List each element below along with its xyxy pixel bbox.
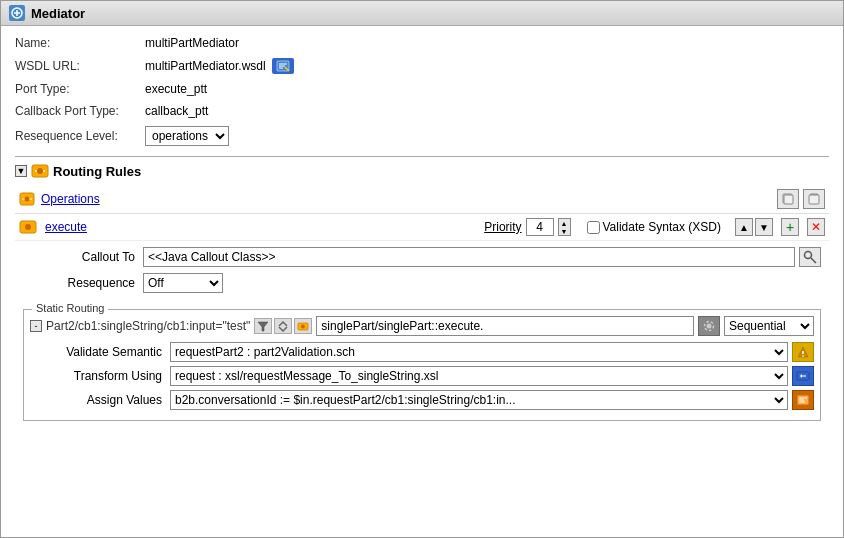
validate-syntax-container: Validate Syntax (XSD): [587, 220, 722, 234]
section-collapse-toggle[interactable]: ▼: [15, 165, 27, 177]
operations-link[interactable]: Operations: [41, 192, 100, 206]
svg-point-5: [25, 197, 30, 202]
name-label: Name:: [15, 36, 145, 50]
svg-marker-14: [258, 322, 268, 331]
routing-rules-section: ▼ Routing Rules: [15, 156, 829, 179]
resequence-level-select[interactable]: operations application business: [145, 126, 229, 146]
name-row: Name: multiPartMediator: [15, 36, 829, 50]
transform-using-row: Transform Using request : xsl/requestMes…: [30, 366, 814, 386]
priority-container: Priority ▲ ▼: [484, 218, 570, 236]
svg-line-13: [811, 258, 816, 263]
wsdl-browse-button[interactable]: [272, 58, 294, 74]
resequence-level-row: Resequence Level: operations application…: [15, 126, 829, 146]
title-bar: Mediator: [1, 1, 843, 26]
routing-rules-title: Routing Rules: [53, 164, 141, 179]
callout-label: Callout To: [23, 250, 143, 264]
add-rule-button[interactable]: +: [781, 218, 799, 236]
routing-endpoint-input[interactable]: [316, 316, 694, 336]
delete-rule-button[interactable]: ✕: [807, 218, 825, 236]
resequence-row: Resequence Off On: [23, 273, 821, 293]
details-area: Callout To Resequence Off On: [15, 241, 829, 305]
resequence-label: Resequence: [23, 276, 143, 290]
wsdl-value: multiPartMediator.wsdl: [145, 59, 266, 73]
assign-button[interactable]: [792, 390, 814, 410]
validate-syntax-label: Validate Syntax (XSD): [603, 220, 722, 234]
filter-icon[interactable]: [254, 318, 272, 334]
execute-icon: [19, 219, 37, 235]
copy-button[interactable]: [777, 189, 799, 209]
window-title: Mediator: [31, 6, 85, 21]
svg-point-3: [37, 168, 43, 174]
transform-button[interactable]: [792, 366, 814, 386]
priority-input[interactable]: [526, 218, 554, 236]
port-type-label: Port Type:: [15, 82, 145, 96]
svg-rect-9: [809, 195, 819, 204]
routing-rules-icon: [31, 163, 49, 179]
port-type-row: Port Type: execute_ptt: [15, 82, 829, 96]
routing-gear-button[interactable]: [698, 316, 720, 336]
svg-point-17: [707, 324, 712, 329]
svg-point-11: [25, 224, 31, 230]
callback-label: Callback Port Type:: [15, 104, 145, 118]
sequential-select[interactable]: Sequential Parallel: [724, 316, 814, 336]
name-value: multiPartMediator: [145, 36, 239, 50]
transform-select[interactable]: request : xsl/requestMessage_To_singleSt…: [170, 366, 788, 386]
resequence-select[interactable]: Off On: [143, 273, 223, 293]
move-down-button[interactable]: ▼: [755, 218, 773, 236]
svg-point-20: [802, 355, 804, 357]
callout-row: Callout To: [23, 247, 821, 267]
execute-link[interactable]: execute: [45, 220, 95, 234]
operations-bar: Operations: [15, 185, 829, 214]
paste-button[interactable]: [803, 189, 825, 209]
svg-rect-7: [784, 195, 793, 204]
routing-condition-row: - Part2/cb1:singleString/cb1:input="test…: [30, 316, 814, 336]
callout-input[interactable]: [143, 247, 795, 267]
routing-filter-icons: [254, 318, 312, 334]
execute-row: execute Priority ▲ ▼ Validate Syntax (XS…: [15, 214, 829, 241]
routing-condition-text: Part2/cb1:singleString/cb1:input="test": [46, 319, 250, 333]
svg-point-16: [301, 324, 305, 328]
main-container: Mediator Name: multiPartMediator WSDL UR…: [0, 0, 844, 538]
static-routing-label: Static Routing: [32, 302, 108, 314]
callback-value: callback_ptt: [145, 104, 208, 118]
operations-icon: [19, 192, 35, 206]
move-buttons: ▲ ▼: [735, 218, 773, 236]
wsdl-row: WSDL URL: multiPartMediator.wsdl: [15, 58, 829, 74]
validate-syntax-checkbox[interactable]: [587, 221, 600, 234]
port-type-value: execute_ptt: [145, 82, 207, 96]
routing-collapse-button[interactable]: -: [30, 320, 42, 332]
wsdl-label: WSDL URL:: [15, 59, 145, 73]
move-up-button[interactable]: ▲: [735, 218, 753, 236]
validate-semantic-select[interactable]: requestPart2 : part2Validation.sch: [170, 342, 788, 362]
priority-spinner: ▲ ▼: [558, 218, 571, 236]
callout-browse-button[interactable]: [799, 247, 821, 267]
validate-semantic-row: Validate Semantic requestPart2 : part2Va…: [30, 342, 814, 362]
static-routing-box: Static Routing - Part2/cb1:singleString/…: [23, 309, 821, 421]
transform-label: Transform Using: [40, 369, 170, 383]
transform-icon[interactable]: [274, 318, 292, 334]
assign-values-row: Assign Values b2b.conversationId := $in.…: [30, 390, 814, 410]
ops-action-icons: [777, 189, 825, 209]
endpoint-icon[interactable]: [294, 318, 312, 334]
assign-select[interactable]: b2b.conversationId := $in.requestPart2/c…: [170, 390, 788, 410]
content-area: Name: multiPartMediator WSDL URL: multiP…: [1, 26, 843, 537]
priority-label: Priority: [484, 220, 521, 234]
validate-semantic-button[interactable]: [792, 342, 814, 362]
svg-point-12: [805, 252, 812, 259]
priority-up-button[interactable]: ▲: [559, 219, 570, 227]
assign-label: Assign Values: [40, 393, 170, 407]
resequence-level-label: Resequence Level:: [15, 129, 145, 143]
mediator-icon: [9, 5, 25, 21]
priority-down-button[interactable]: ▼: [559, 227, 570, 235]
validate-semantic-label: Validate Semantic: [40, 345, 170, 359]
callback-row: Callback Port Type: callback_ptt: [15, 104, 829, 118]
